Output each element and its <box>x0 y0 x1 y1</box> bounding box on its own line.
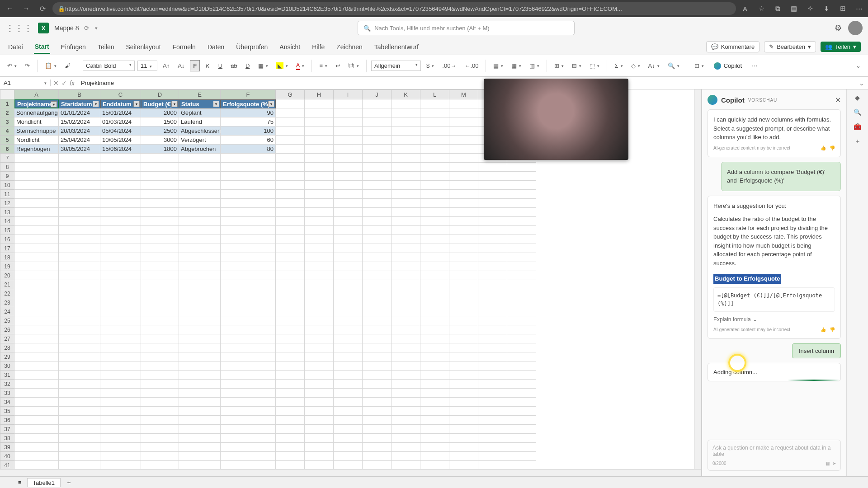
empty-cell[interactable] <box>276 325 305 334</box>
empty-cell[interactable] <box>363 316 392 325</box>
empty-cell[interactable] <box>392 136 420 145</box>
empty-cell[interactable] <box>392 443 420 452</box>
empty-cell[interactable] <box>14 199 59 208</box>
empty-cell[interactable] <box>449 289 478 298</box>
empty-cell[interactable] <box>363 371 392 380</box>
empty-cell[interactable] <box>179 316 221 325</box>
empty-cell[interactable] <box>420 389 449 398</box>
decrease-decimal-button[interactable]: ←.00 <box>462 61 481 71</box>
double-underline-button[interactable]: D <box>243 61 253 71</box>
empty-cell[interactable] <box>334 145 363 154</box>
empty-cell[interactable] <box>179 190 221 199</box>
empty-cell[interactable] <box>14 253 59 262</box>
table-cell[interactable]: 2500 <box>141 127 179 136</box>
empty-cell[interactable] <box>100 389 141 398</box>
tab-seitenlayout[interactable]: Seitenlayout <box>125 41 161 53</box>
empty-cell[interactable] <box>100 461 141 470</box>
empty-cell[interactable] <box>59 244 100 253</box>
rail-search-icon[interactable]: 🔍 <box>854 108 861 116</box>
table-cell[interactable]: 90 <box>221 108 276 117</box>
empty-cell[interactable] <box>449 398 478 407</box>
empty-cell[interactable] <box>334 99 363 108</box>
empty-cell[interactable] <box>507 316 536 325</box>
empty-cell[interactable] <box>305 199 334 208</box>
empty-cell[interactable] <box>141 416 179 425</box>
table-cell[interactable]: 80 <box>221 145 276 154</box>
empty-cell[interactable] <box>420 280 449 289</box>
empty-cell[interactable] <box>221 280 276 289</box>
empty-cell[interactable] <box>363 334 392 343</box>
empty-cell[interactable] <box>334 298 363 307</box>
empty-cell[interactable] <box>305 235 334 244</box>
share-button[interactable]: 👥 Teilen ▾ <box>821 42 861 52</box>
empty-cell[interactable] <box>141 307 179 316</box>
row-header-39[interactable]: 39 <box>0 443 14 452</box>
empty-cell[interactable] <box>449 108 478 117</box>
empty-cell[interactable] <box>221 371 276 380</box>
empty-cell[interactable] <box>179 461 221 470</box>
empty-cell[interactable] <box>507 398 536 407</box>
empty-cell[interactable] <box>179 452 221 461</box>
empty-cell[interactable] <box>363 416 392 425</box>
empty-cell[interactable] <box>59 334 100 343</box>
empty-cell[interactable] <box>420 361 449 371</box>
empty-cell[interactable] <box>221 352 276 361</box>
empty-cell[interactable] <box>507 271 536 280</box>
empty-cell[interactable] <box>334 289 363 298</box>
copilot-ribbon-button[interactable]: Copilot <box>709 61 746 71</box>
column-header-L[interactable]: L <box>420 89 449 99</box>
empty-cell[interactable] <box>392 280 420 289</box>
empty-cell[interactable] <box>221 380 276 389</box>
copilot-input[interactable]: Ask a question or make a request about d… <box>708 440 841 471</box>
row-header-37[interactable]: 37 <box>0 425 14 434</box>
empty-cell[interactable] <box>59 154 100 163</box>
find-button[interactable]: 🔍▾ <box>665 61 682 71</box>
empty-cell[interactable] <box>14 316 59 325</box>
row-header-34[interactable]: 34 <box>0 398 14 407</box>
empty-cell[interactable] <box>141 271 179 280</box>
font-size-select[interactable]: 11 ▾ <box>137 61 157 71</box>
empty-cell[interactable] <box>276 99 305 108</box>
empty-cell[interactable] <box>363 208 392 217</box>
empty-cell[interactable] <box>420 334 449 343</box>
empty-cell[interactable] <box>420 145 449 154</box>
empty-cell[interactable] <box>276 334 305 343</box>
delete-cells-button[interactable]: ⊟▾ <box>569 61 584 71</box>
empty-cell[interactable] <box>478 271 507 280</box>
empty-cell[interactable] <box>449 217 478 226</box>
empty-cell[interactable] <box>100 325 141 334</box>
empty-cell[interactable] <box>420 307 449 316</box>
empty-cell[interactable] <box>392 307 420 316</box>
empty-cell[interactable] <box>59 343 100 352</box>
empty-cell[interactable] <box>276 407 305 416</box>
empty-cell[interactable] <box>221 217 276 226</box>
empty-cell[interactable] <box>334 217 363 226</box>
collapse-ribbon-button[interactable]: ⌄ <box>853 61 863 71</box>
empty-cell[interactable] <box>221 325 276 334</box>
empty-cell[interactable] <box>141 235 179 244</box>
table-cell[interactable]: 75 <box>221 117 276 127</box>
empty-cell[interactable] <box>334 371 363 380</box>
empty-cell[interactable] <box>179 226 221 235</box>
empty-cell[interactable] <box>449 343 478 352</box>
empty-cell[interactable] <box>59 298 100 307</box>
empty-cell[interactable] <box>59 380 100 389</box>
close-pane-button[interactable]: ✕ <box>835 96 841 104</box>
empty-cell[interactable] <box>305 316 334 325</box>
empty-cell[interactable] <box>334 154 363 163</box>
empty-cell[interactable] <box>276 208 305 217</box>
empty-cell[interactable] <box>14 443 59 452</box>
empty-cell[interactable] <box>305 298 334 307</box>
empty-cell[interactable] <box>59 181 100 190</box>
empty-cell[interactable] <box>305 307 334 316</box>
empty-cell[interactable] <box>141 190 179 199</box>
empty-cell[interactable] <box>507 226 536 235</box>
empty-cell[interactable] <box>276 298 305 307</box>
empty-cell[interactable] <box>14 461 59 470</box>
empty-cell[interactable] <box>221 416 276 425</box>
empty-cell[interactable] <box>363 108 392 117</box>
empty-cell[interactable] <box>59 407 100 416</box>
empty-cell[interactable] <box>276 127 305 136</box>
row-header-8[interactable]: 8 <box>0 163 14 172</box>
empty-cell[interactable] <box>59 352 100 361</box>
